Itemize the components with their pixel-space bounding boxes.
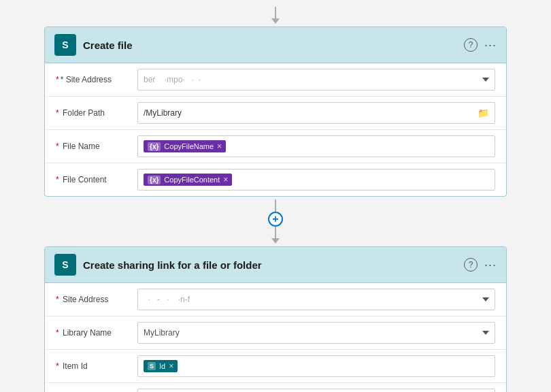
token-icon-item-id: S: [148, 362, 156, 370]
card-create-sharing-link-actions: ? ···: [464, 258, 497, 272]
label-file-name: * File Name: [56, 142, 137, 151]
token-label-file-content: CopyFileContent: [164, 176, 220, 184]
card-create-file-header: S Create file ? ···: [45, 27, 506, 63]
card-create-file-title: Create file: [83, 39, 457, 51]
token-icon-file-content: {x}: [148, 176, 161, 184]
label-item-id: * Item Id: [56, 361, 137, 371]
label-site-address-2: * Site Address: [56, 295, 137, 304]
card-create-file-actions: ? ···: [464, 38, 497, 52]
token-copy-file-content: {x} CopyFileContent ×: [144, 174, 232, 186]
more-menu-card2[interactable]: ···: [484, 258, 497, 272]
token-label-item-id: Id: [159, 362, 165, 370]
connector-line-mid1: [275, 199, 276, 212]
label-library-name: * Library Name: [56, 328, 137, 338]
select-site-address-1[interactable]: ber ·mpo· · ·: [137, 69, 495, 91]
select-link-type[interactable]: View and edit: [137, 389, 495, 392]
folder-path-value: /MyLibrary: [144, 108, 182, 118]
select-library-name[interactable]: MyLibrary: [137, 322, 495, 344]
chevron-library-name: [482, 331, 489, 335]
chevron-site-address-1: [482, 78, 489, 82]
field-site-address-2: * Site Address · - · ·n-f: [45, 283, 506, 316]
folder-browse-icon[interactable]: 📁: [478, 108, 489, 118]
label-site-address-1: ** Site Address: [56, 75, 137, 84]
field-link-type: * Link Type View and edit: [45, 383, 506, 392]
connector-arrow-top: [271, 18, 280, 24]
select-site-address-2[interactable]: · - · ·n-f: [137, 289, 495, 310]
field-file-content: * File Content {x} CopyFileContent ×: [45, 163, 506, 196]
input-file-name[interactable]: {x} CopyFileName ×: [137, 135, 495, 157]
middle-connector: +: [41, 197, 510, 246]
token-close-item-id[interactable]: ×: [169, 361, 173, 371]
input-item-id[interactable]: S Id ×: [137, 355, 495, 377]
token-close-file-name[interactable]: ×: [217, 142, 222, 151]
more-menu-card1[interactable]: ···: [484, 38, 497, 52]
connector-line-mid2: [275, 227, 276, 239]
card-create-sharing-link-body: * Site Address · - · ·n-f * Library Name…: [45, 283, 506, 392]
chevron-site-address-2: [482, 297, 489, 301]
input-folder-path[interactable]: /MyLibrary 📁: [137, 102, 495, 124]
input-file-content[interactable]: {x} CopyFileContent ×: [137, 169, 495, 191]
add-button-middle[interactable]: +: [268, 212, 283, 227]
help-icon-card2[interactable]: ?: [464, 258, 478, 272]
field-site-address-1: ** Site Address ber ·mpo· · ·: [45, 63, 506, 97]
card-create-sharing-link: S Create sharing link for a file or fold…: [44, 246, 507, 392]
select-site-address-2-value: · - · ·n-f: [144, 295, 482, 304]
card-create-sharing-link-icon: S: [54, 254, 76, 276]
card-create-sharing-link-header: S Create sharing link for a file or fold…: [45, 247, 506, 283]
token-item-id: S Id ×: [144, 360, 178, 372]
token-label-file-name: CopyFileName: [164, 142, 214, 150]
token-copy-file-name: {x} CopyFileName ×: [144, 140, 226, 152]
token-close-file-content[interactable]: ×: [223, 175, 228, 184]
card-create-file-icon: S: [54, 34, 76, 56]
connector-line-top: [275, 7, 276, 19]
select-site-address-1-value: ber ·mpo· · ·: [144, 75, 482, 84]
field-item-id: * Item Id S Id ×: [45, 350, 506, 383]
select-library-name-value: MyLibrary: [144, 328, 482, 338]
field-folder-path: * Folder Path /MyLibrary 📁: [45, 97, 506, 130]
field-library-name: * Library Name MyLibrary: [45, 316, 506, 350]
connector-arrow-mid: [271, 238, 280, 244]
token-icon-file-name: {x}: [148, 142, 161, 151]
label-file-content: * File Content: [56, 175, 137, 184]
help-icon-card1[interactable]: ?: [464, 38, 478, 52]
card-create-file-body: ** Site Address ber ·mpo· · · * Folder P…: [45, 63, 506, 196]
card-create-sharing-link-title: Create sharing link for a file or folder: [83, 259, 457, 271]
top-connector: [41, 7, 510, 27]
card-create-file: S Create file ? ··· ** Site Address ber …: [44, 27, 507, 197]
field-file-name: * File Name {x} CopyFileName ×: [45, 130, 506, 163]
label-folder-path: * Folder Path: [56, 108, 137, 118]
